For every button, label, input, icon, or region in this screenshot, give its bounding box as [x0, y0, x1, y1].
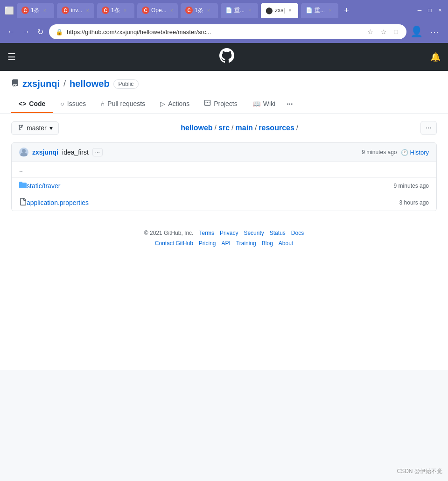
commit-author-link[interactable]: zxsjunqi: [32, 149, 58, 156]
browser-tab-7[interactable]: 📄 重... ×: [301, 3, 338, 18]
branch-selector[interactable]: master ▾: [11, 121, 59, 135]
pull-request-icon: ⑃: [101, 100, 105, 107]
tab-wiki[interactable]: 📖 Wiki: [245, 95, 283, 113]
tab-label-7: 重...: [315, 7, 325, 14]
tab-close-1[interactable]: ×: [43, 7, 46, 13]
browser-tab-2[interactable]: C inv... ×: [57, 3, 94, 18]
browser-options-button[interactable]: ⋯: [427, 25, 442, 39]
tab-label-1: 1条: [31, 7, 40, 14]
browser-tab-active[interactable]: ⬤ zxs| ×: [261, 3, 298, 18]
tab-pullrequests-label: Pull requests: [107, 100, 145, 107]
tab-actions-label: Actions: [168, 100, 189, 107]
tab-icon-5: C: [185, 7, 193, 14]
commit-row: zxsjunqi idea_first ··· 9 minutes ago 🕐 …: [12, 143, 436, 162]
footer-security-link[interactable]: Security: [244, 230, 264, 236]
footer-training-link[interactable]: Training: [236, 240, 256, 247]
forward-button[interactable]: →: [21, 26, 32, 38]
tab-close-6[interactable]: ×: [248, 7, 251, 13]
footer-pricing-link[interactable]: Pricing: [199, 240, 216, 247]
breadcrumb-main[interactable]: main: [236, 124, 253, 132]
folder-link[interactable]: static/traver: [27, 182, 394, 190]
tab-code-label: Code: [29, 100, 45, 107]
repo-icon: [11, 79, 19, 89]
tab-actions[interactable]: ▷ Actions: [153, 95, 197, 113]
tab-close-3[interactable]: ×: [124, 7, 126, 13]
file-link[interactable]: application.properties: [27, 199, 399, 206]
footer-privacy-link[interactable]: Privacy: [220, 230, 238, 236]
browser-tab-4[interactable]: C Ope... ×: [137, 3, 178, 18]
browser-tab-5[interactable]: C 1条 ×: [181, 3, 218, 18]
reading-list-icon[interactable]: ☆: [379, 27, 389, 36]
back-button[interactable]: ←: [6, 26, 17, 38]
tabs-more-button[interactable]: ···: [283, 95, 296, 113]
footer-api-link[interactable]: API: [222, 240, 231, 247]
footer-status-link[interactable]: Status: [270, 230, 286, 236]
footer-blog-link[interactable]: Blog: [262, 240, 273, 247]
public-badge: Public: [113, 79, 139, 89]
tab-label-6: 重...: [234, 7, 245, 14]
breadcrumb-src[interactable]: src: [218, 124, 230, 132]
folder-time: 9 minutes ago: [394, 183, 429, 189]
breadcrumb-sep-2: /: [231, 124, 233, 132]
breadcrumb-resources[interactable]: resources: [259, 124, 294, 132]
folder-icon: [19, 181, 27, 190]
tab-icon-2: C: [62, 7, 69, 14]
hamburger-menu-icon[interactable]: ☰: [7, 51, 16, 63]
tab-icon-3: C: [102, 7, 109, 14]
tab-close-2[interactable]: ×: [86, 7, 89, 13]
history-link[interactable]: 🕐 History: [401, 149, 429, 156]
repo-name-link[interactable]: helloweb: [70, 78, 110, 89]
tab-close-github[interactable]: ×: [288, 7, 291, 13]
breadcrumb: helloweb / src / main / resources /: [181, 124, 298, 132]
address-bar[interactable]: https://github.com/zxsjunqi/helloweb/tre…: [67, 28, 362, 35]
maximize-button[interactable]: □: [427, 7, 433, 14]
breadcrumb-helloweb[interactable]: helloweb: [181, 124, 212, 132]
footer-terms-link[interactable]: Terms: [199, 230, 214, 236]
browser-menu-icon[interactable]: ⬜: [5, 6, 14, 15]
close-button[interactable]: ×: [437, 7, 443, 14]
repo-owner-link[interactable]: zxsjunqi: [22, 78, 60, 89]
actions-icon: ▷: [160, 100, 165, 107]
browser-tab-1[interactable]: C 1条 ×: [17, 3, 54, 18]
tab-label-github: zxs|: [275, 7, 285, 14]
footer-contact-link[interactable]: Contact GitHub: [155, 240, 193, 247]
footer-links-row2: Contact GitHub Pricing API Training Blog…: [11, 240, 437, 247]
repo-more-options-button[interactable]: ···: [420, 121, 437, 135]
svg-point-0: [22, 149, 26, 153]
tab-icon-6: 📄: [225, 7, 232, 14]
tab-projects[interactable]: Projects: [197, 95, 245, 113]
browser-tab-6[interactable]: 📄 重... ×: [221, 3, 258, 18]
wiki-icon: 📖: [252, 100, 260, 107]
browser-tab-3[interactable]: C 1条 ×: [97, 3, 134, 18]
tab-close-4[interactable]: ×: [170, 7, 173, 13]
minimize-button[interactable]: ─: [416, 7, 423, 14]
footer-docs-link[interactable]: Docs: [291, 230, 304, 236]
issues-icon: ○: [60, 100, 64, 107]
tab-wiki-label: Wiki: [263, 100, 275, 107]
new-tab-button[interactable]: +: [341, 5, 352, 16]
branch-chevron-icon: ▾: [49, 124, 53, 132]
notifications-bell-icon[interactable]: 🔔: [430, 52, 441, 62]
footer-about-link[interactable]: About: [279, 240, 293, 247]
tab-projects-label: Projects: [214, 100, 238, 107]
tab-code[interactable]: <> Code: [11, 95, 53, 113]
projects-icon: [204, 99, 211, 107]
tab-pull-requests[interactable]: ⑃ Pull requests: [93, 95, 153, 113]
tab-close-5[interactable]: ×: [207, 7, 210, 13]
profile-icon[interactable]: 👤: [410, 26, 423, 38]
tab-issues-label: Issues: [67, 100, 86, 107]
tab-icon-4: C: [142, 7, 149, 14]
account-icon[interactable]: □: [392, 27, 400, 36]
commit-message-expand[interactable]: ···: [92, 148, 103, 156]
tab-label-4: Ope...: [151, 7, 167, 14]
refresh-button[interactable]: ↻: [35, 26, 45, 38]
bookmark-star-icon[interactable]: ☆: [365, 27, 375, 36]
footer-links-row1: © 2021 GitHub, Inc. Terms Privacy Securi…: [11, 230, 437, 236]
parent-dir-link[interactable]: ..: [19, 166, 429, 173]
file-icon: [19, 198, 27, 207]
tab-issues[interactable]: ○ Issues: [53, 95, 93, 113]
commit-time: 9 minutes ago: [362, 149, 397, 156]
footer-copyright: © 2021 GitHub, Inc.: [144, 230, 194, 236]
repo-separator: /: [63, 79, 66, 89]
tab-close-7[interactable]: ×: [329, 7, 331, 13]
